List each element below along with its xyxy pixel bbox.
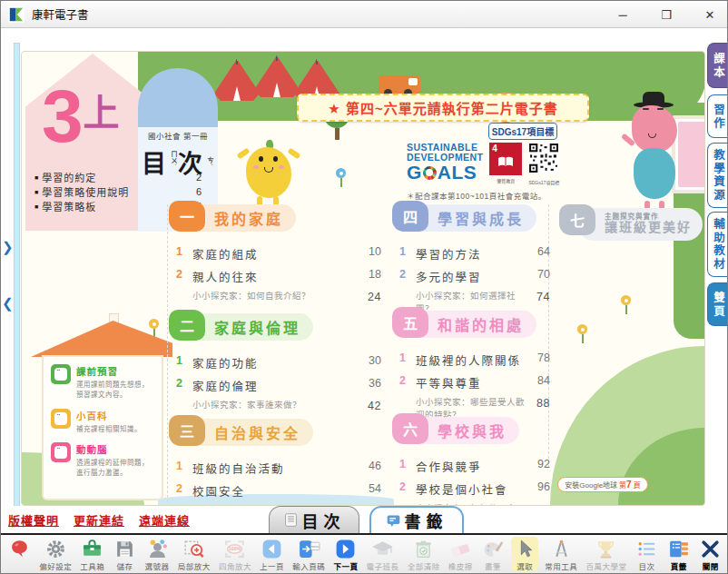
- toc-entry[interactable]: 2多元的學習70: [398, 265, 550, 288]
- bottom-toolbar: 偏好設定 工具箱 儲存 選號器 局部放大 100% 四角放大 上一頁 menu: [1, 533, 728, 574]
- series-label: 國小社會 第一冊: [138, 130, 218, 141]
- toc-entry[interactable]: 1家庭的組成10: [174, 242, 381, 265]
- toc-explore-entry[interactable]: 小小探究家：如何自我介紹？24: [174, 288, 381, 304]
- toc-entry[interactable]: 1班級的自治活動46: [174, 457, 381, 480]
- panel-open-chevron-icon[interactable]: ❯: [2, 239, 14, 255]
- toc-entry[interactable]: 2學校是個小社會96: [398, 478, 550, 500]
- svg-text:menu: menu: [311, 544, 319, 548]
- tab-supplementary-materials[interactable]: 輔助教材: [707, 212, 728, 277]
- unit-title: 自治與安全: [187, 419, 313, 446]
- unit-notice-banner: ★ 第四~六單元請執行第二片電子書: [297, 94, 589, 122]
- unit-number-badge: 七: [559, 204, 595, 235]
- next-page-icon: [334, 537, 357, 560]
- compass-icon: [550, 537, 573, 560]
- unit-number-badge: 四: [392, 201, 428, 232]
- zoom-corner-icon: 100%: [223, 537, 246, 560]
- page-tabs-icon: [667, 537, 690, 560]
- toc-entry[interactable]: 2親人的往來18: [174, 265, 381, 288]
- toolbar-item-clear-all[interactable]: 全部清除: [406, 537, 442, 571]
- update-link[interactable]: 更新連結: [74, 511, 124, 529]
- close-x-icon: [699, 537, 722, 560]
- toc-entry[interactable]: 1班級裡的人際關係78: [398, 349, 550, 371]
- square-bullet-icon: ■: [34, 189, 38, 195]
- toolbar-item-close[interactable]: 關閉: [697, 537, 724, 571]
- google-earth-badge[interactable]: 安裝Google地球第7頁: [557, 477, 648, 492]
- unit-block-3: 三自治與安全 1班級的自治活動46 2校園安全54 小小探究家：如何訂班級守則？…: [174, 419, 381, 506]
- toolbar-item-preferences[interactable]: 偏好設定: [37, 537, 74, 571]
- kangxuan-logo-icon: [8, 6, 25, 23]
- toc-entry[interactable]: 2家庭的倫理36: [174, 374, 381, 397]
- grade-suffix: 上: [84, 93, 120, 133]
- unit-block-6: 六學校與我 1合作與競爭92 2學校是個小社會96 小小探究家：如何分工合作？1…: [398, 417, 550, 506]
- toc-entry[interactable]: 1學習的方法64: [398, 242, 550, 265]
- qr-block: SDGs17項目標: [528, 143, 559, 185]
- tab-textbook[interactable]: 課本: [707, 43, 728, 88]
- bottom-tab-bookmark[interactable]: 書籤: [369, 506, 464, 533]
- square-bullet-icon: ■: [34, 203, 38, 210]
- toolbar-item-page-input[interactable]: menu 輸入頁碼: [290, 537, 327, 571]
- toolbar-item-brush[interactable]: 畫筆: [479, 537, 507, 571]
- unit-title: 家庭與倫理: [187, 313, 313, 341]
- toolbar-item-laser-pointer[interactable]: [5, 537, 33, 560]
- grade-label: 3上: [42, 79, 120, 153]
- panel-close-chevron-icon[interactable]: ❮: [2, 295, 14, 312]
- toolbar-item-select[interactable]: 選取: [511, 537, 538, 571]
- unit-title: 和諧的相處: [410, 311, 536, 338]
- book-page: 3上 國小社會 第一冊 目ㄇㄨˋ次ㄘˋ: [21, 51, 705, 506]
- unit-block-4: 四學習與成長 1學習的方法64 2多元的學習70 小小探究家：如何選擇社團？74: [398, 204, 550, 318]
- window-title: 康軒電子書: [32, 5, 89, 23]
- unit-title: 主題探究與實作 讓班級更美好: [577, 208, 703, 241]
- toolbar-item-number-picker[interactable]: 選號器: [143, 537, 172, 571]
- toolbar-item-common-tools[interactable]: 常用工具: [543, 537, 579, 571]
- toolbar-item-toc[interactable]: 目次: [634, 537, 661, 571]
- toolbox-icon: [81, 537, 103, 560]
- copyright-link[interactable]: 版權聲明: [8, 511, 59, 529]
- laser-pointer-icon: [8, 537, 31, 560]
- yellow-mascot: [242, 138, 295, 207]
- tab-workbook[interactable]: 習作: [707, 94, 728, 138]
- toc-entry[interactable]: 1合作與競爭92: [398, 455, 550, 478]
- front-matter-item[interactable]: ■學習的約定2: [34, 170, 202, 184]
- qr-code: [528, 143, 559, 173]
- front-matter-item[interactable]: ■學習策略使用說明6: [34, 184, 202, 199]
- sdgs-logo: SUSTAINABLE DEVELOPMENT GALS: [407, 143, 483, 183]
- flower: [577, 324, 587, 343]
- unit-block-7: 七 主題探究與實作 讓班級更美好: [565, 208, 705, 246]
- preview-mascot-icon: [51, 364, 71, 384]
- tab-double-page[interactable]: 雙頁: [707, 282, 728, 326]
- prev-page-icon: [261, 537, 283, 560]
- unit-title: 學習與成長: [410, 204, 536, 232]
- toolbar-item-next-page[interactable]: 下一頁: [331, 537, 359, 571]
- toolbar-item-save[interactable]: 儲存: [111, 537, 138, 571]
- toc-list-icon: [635, 537, 658, 560]
- minimize-button[interactable]: ─: [615, 8, 631, 22]
- svg-text:100%: 100%: [229, 546, 241, 551]
- unit-number-badge: 三: [169, 415, 205, 446]
- toc-entry[interactable]: 1家庭的功能30: [174, 351, 381, 374]
- bookmark-icon: [386, 513, 401, 529]
- close-button[interactable]: ✕: [702, 8, 718, 22]
- toc-explore-entry[interactable]: 小小探究家：家事誰來做？42: [174, 397, 381, 413]
- toc-entry[interactable]: 2平等與尊重84: [398, 371, 550, 394]
- toolbar-item-quiz[interactable]: 百萬大學堂: [584, 537, 628, 571]
- toolbar-item-zoom-area[interactable]: 局部放大: [176, 537, 212, 571]
- unit-number-badge: 一: [169, 201, 205, 232]
- remote-connection-link[interactable]: 遠端連線: [139, 511, 190, 529]
- toolbar-item-zoom-corner[interactable]: 100% 四角放大: [217, 537, 253, 571]
- tab-teaching-resources[interactable]: 教學資源: [707, 143, 728, 208]
- unit-block-5: 五和諧的相處 1班級裡的人際關係78 2平等與尊重84 小小探究家：哪些是受人歡…: [398, 311, 550, 424]
- legend-item: 課前預習運用課前問題先想想，預習課文內容。: [51, 364, 154, 401]
- sdgs-17-goals-button[interactable]: SDGs17項目標: [488, 123, 557, 140]
- toc-entry[interactable]: 2校園安全54: [174, 480, 381, 502]
- sdgs-note: ＊配合課本第100~101頁社會充電站。: [407, 190, 546, 201]
- toolbar-item-toolbox[interactable]: 工具箱: [78, 537, 106, 571]
- sdg4-education-icon: 4: [489, 143, 522, 175]
- toolbar-item-page-tabs[interactable]: 頁籤: [665, 537, 693, 571]
- hat-mascot: [619, 92, 692, 217]
- gear-icon: [44, 537, 67, 560]
- maximize-button[interactable]: ❒: [658, 8, 674, 22]
- toolbar-item-eraser[interactable]: 橡皮擦: [447, 537, 475, 571]
- bottom-tab-toc[interactable]: 目次: [269, 506, 359, 533]
- toolbar-item-e-monitor[interactable]: 電子班長: [365, 537, 401, 571]
- toolbar-item-prev-page[interactable]: 上一頁: [258, 537, 286, 571]
